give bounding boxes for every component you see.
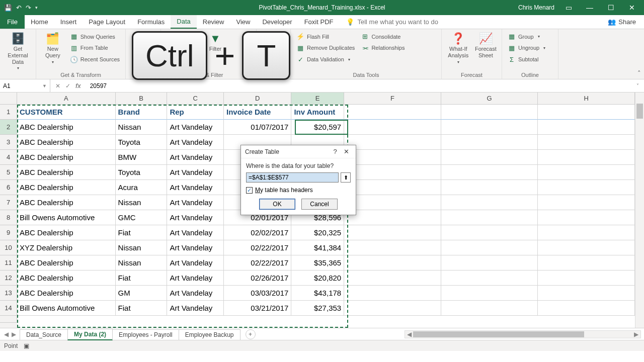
sheet-tab[interactable]: Employees - Payroll	[112, 329, 179, 340]
cell[interactable]	[441, 120, 538, 135]
cell[interactable]: Art Vandelay	[167, 301, 224, 316]
help-icon[interactable]: ?	[330, 148, 341, 155]
cell[interactable]	[344, 240, 441, 255]
cell[interactable]: $43,178	[291, 286, 344, 301]
cell[interactable]	[441, 270, 538, 286]
cell[interactable]	[441, 150, 538, 165]
col-header[interactable]: F	[344, 93, 441, 104]
cell[interactable]	[441, 255, 538, 270]
tab-data[interactable]: Data	[171, 15, 196, 29]
col-header[interactable]: H	[538, 93, 635, 104]
close-icon[interactable]: ✕	[341, 148, 352, 155]
cell[interactable]: ABC Dealership	[17, 195, 116, 210]
cell[interactable]	[441, 210, 538, 225]
cell[interactable]: ABC Dealership	[17, 286, 116, 301]
header-cell[interactable]	[344, 105, 441, 120]
sheet-nav-next-icon[interactable]: ▶	[12, 331, 16, 338]
select-all-button[interactable]	[0, 93, 17, 105]
cell[interactable]: 02/26/2017	[224, 270, 291, 286]
maximize-icon[interactable]: ☐	[604, 4, 618, 12]
ungroup-button[interactable]: ▦Ungroup▾	[506, 43, 547, 54]
cell[interactable]: Bill Owens Automotive	[17, 210, 116, 225]
flash-fill-button[interactable]: ⚡Flash Fill	[295, 31, 356, 43]
cell[interactable]: Bill Owens Automotive	[17, 301, 116, 316]
cell[interactable]: 01/07/2017	[224, 120, 291, 135]
cell[interactable]: 02/22/2017	[224, 255, 291, 270]
cell[interactable]	[344, 286, 441, 301]
new-query-button[interactable]: 🗂️New Query▾	[40, 31, 65, 71]
header-cell[interactable]	[441, 105, 538, 120]
col-header[interactable]: D	[224, 93, 291, 104]
scrollbar-thumb[interactable]	[636, 104, 643, 119]
cell[interactable]: Art Vandelay	[167, 286, 224, 301]
cell[interactable]	[344, 195, 441, 210]
cell[interactable]	[344, 255, 441, 270]
cell[interactable]: ABC Dealership	[17, 150, 116, 165]
cell[interactable]: Art Vandelay	[167, 195, 224, 210]
tab-view[interactable]: View	[230, 15, 256, 29]
cell[interactable]: Fiat	[116, 225, 168, 240]
cell[interactable]: Acura	[116, 180, 168, 195]
cell[interactable]	[538, 120, 635, 135]
cell[interactable]: Nissan	[116, 120, 168, 135]
cell[interactable]	[441, 225, 538, 240]
chevron-down-icon[interactable]: ▼	[42, 83, 47, 88]
ribbon-options-icon[interactable]: ▭	[561, 4, 576, 12]
customize-qat-icon[interactable]: ▾	[35, 5, 38, 10]
cell[interactable]	[344, 135, 441, 150]
cell[interactable]: Fiat	[116, 301, 168, 316]
group-button[interactable]: ▦Group▾	[506, 31, 547, 43]
cells[interactable]: CUSTOMERBrandRepInvoice DateInv AmountAB…	[17, 105, 635, 328]
cell[interactable]	[344, 150, 441, 165]
data-validation-button[interactable]: ✓Data Validation▾	[295, 54, 356, 66]
sheet-tab[interactable]: My Data (2)	[67, 329, 113, 340]
redo-icon[interactable]: ↷	[26, 4, 31, 12]
tab-review[interactable]: Review	[197, 15, 230, 29]
cell[interactable]: Art Vandelay	[167, 150, 224, 165]
cell[interactable]	[344, 165, 441, 180]
close-icon[interactable]: ✕	[625, 4, 639, 12]
cell[interactable]	[441, 301, 538, 316]
cell[interactable]	[538, 301, 635, 316]
cell[interactable]: 03/21/2017	[224, 301, 291, 316]
collapse-ribbon-icon[interactable]: ˄	[637, 69, 641, 77]
cell[interactable]: $35,365	[291, 255, 344, 270]
enter-formula-icon[interactable]: ✓	[65, 82, 70, 89]
recent-sources-button[interactable]: 🕓Recent Sources	[68, 54, 121, 66]
vertical-scrollbar[interactable]	[635, 93, 644, 328]
new-sheet-button[interactable]: +	[246, 329, 256, 339]
cell[interactable]: Art Vandelay	[167, 135, 224, 150]
cell[interactable]: Toyota	[116, 135, 168, 150]
col-header[interactable]: B	[116, 93, 168, 104]
from-table-button[interactable]: ▥From Table	[68, 43, 121, 54]
range-collapse-button[interactable]: ⬆	[341, 172, 351, 183]
remove-duplicates-button[interactable]: ▦Remove Duplicates	[295, 43, 356, 54]
consolidate-button[interactable]: ⊞Consolidate	[359, 31, 406, 43]
cell[interactable]: ABC Dealership	[17, 180, 116, 195]
tab-foxit[interactable]: Foxit PDF	[298, 15, 340, 29]
cell[interactable]: $20,597	[291, 120, 344, 135]
share-button[interactable]: 👥 Share	[608, 15, 644, 29]
cell[interactable]: Art Vandelay	[167, 240, 224, 255]
tell-me[interactable]: 💡 Tell me what you want to do	[339, 15, 438, 29]
cell[interactable]: $20,325	[291, 225, 344, 240]
cell[interactable]	[538, 165, 635, 180]
col-header[interactable]: C	[167, 93, 224, 104]
cell[interactable]	[441, 195, 538, 210]
header-cell[interactable]: CUSTOMER	[17, 105, 116, 120]
col-header[interactable]: A	[17, 93, 116, 104]
cell[interactable]	[441, 240, 538, 255]
cell[interactable]	[538, 240, 635, 255]
tab-developer[interactable]: Developer	[256, 15, 298, 29]
tab-insert[interactable]: Insert	[54, 15, 83, 29]
cell[interactable]	[344, 210, 441, 225]
cell[interactable]	[538, 270, 635, 286]
file-tab[interactable]: File	[0, 15, 25, 29]
cell[interactable]: Art Vandelay	[167, 270, 224, 286]
cell[interactable]	[538, 225, 635, 240]
cell[interactable]: Art Vandelay	[167, 120, 224, 135]
scroll-left-icon[interactable]: ◀	[405, 331, 414, 338]
col-header[interactable]: G	[441, 93, 538, 104]
header-cell[interactable]: Rep	[167, 105, 224, 120]
tab-page-layout[interactable]: Page Layout	[83, 15, 131, 29]
